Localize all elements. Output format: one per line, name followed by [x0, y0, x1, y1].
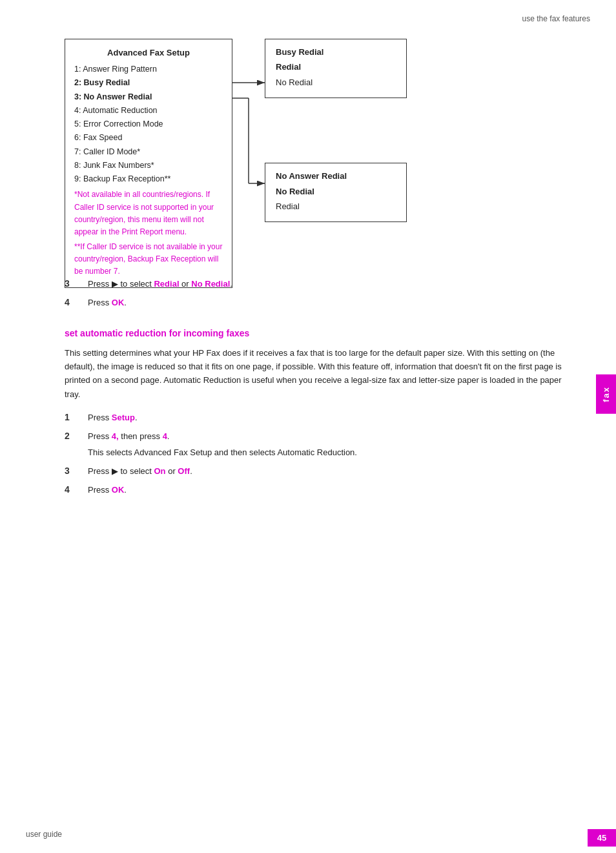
menu-item-1: 1: Answer Ring Pattern [74, 63, 223, 76]
ok-label-1: OK [112, 298, 125, 307]
section-heading: set automatic reduction for incoming fax… [65, 328, 577, 338]
step-before-4-text: Press OK. [88, 296, 127, 310]
step-after-4-text: Press OK. [88, 484, 127, 497]
busy-redial-bold: Redial [276, 59, 396, 74]
step-before-4-number: 4 [65, 297, 88, 307]
body-paragraph: This setting determines what your HP Fax… [65, 346, 577, 402]
menu-title: Advanced Fax Setup [74, 46, 223, 60]
busy-redial-title: Busy Redial [276, 45, 396, 59]
step-after-3-text: Press ▶ to select On or Off. [88, 465, 192, 478]
step-after-2-subtext: This selects Advanced Fax Setup and then… [88, 446, 357, 460]
main-content: Advanced Fax Setup 1: Answer Ring Patter… [65, 39, 577, 497]
menu-item-3: 3: No Answer Redial [74, 90, 223, 104]
step-after-4-number: 4 [65, 484, 88, 495]
footer-label: user guide [26, 830, 62, 839]
right-boxes: Busy Redial Redial No Redial No Answer R… [265, 39, 407, 222]
step-before-4: 4 Press OK. [65, 296, 577, 310]
menu-item-8: 8: Junk Fax Numbers* [74, 159, 223, 172]
menu-note1: *Not available in all countries/regions.… [74, 189, 223, 238]
busy-redial-normal: No Redial [276, 75, 396, 90]
steps-after: 1 Press Setup. 2 Press 4, then press 4. … [65, 411, 577, 497]
diagram-area: Advanced Fax Setup 1: Answer Ring Patter… [65, 39, 577, 258]
page-number: 45 [597, 833, 606, 843]
step-after-2: 2 Press 4, then press 4. This selects Ad… [65, 430, 577, 460]
step-after-3-number: 3 [65, 466, 88, 476]
menu-item-6: 6: Fax Speed [74, 131, 223, 145]
menu-note2: **If Caller ID service is not available … [74, 241, 223, 278]
no-answer-normal: Redial [276, 199, 396, 214]
press-4b-label: 4 [163, 431, 167, 441]
setup-label: Setup [112, 413, 135, 422]
side-tab-label: fax [601, 386, 611, 402]
no-answer-redial-title: No Answer Redial [276, 169, 396, 183]
no-answer-bold: No Redial [276, 184, 396, 199]
step-after-1-text: Press Setup. [88, 411, 138, 425]
page-number-tab: 45 [588, 829, 616, 847]
menu-box: Advanced Fax Setup 1: Answer Ring Patter… [65, 39, 232, 288]
menu-item-7: 7: Caller ID Mode* [74, 145, 223, 159]
header-text: use the fax features [522, 14, 590, 23]
step-after-1: 1 Press Setup. [65, 411, 577, 425]
busy-redial-box: Busy Redial Redial No Redial [265, 39, 407, 98]
menu-item-9: 9: Backup Fax Reception** [74, 172, 223, 186]
menu-item-5: 5: Error Correction Mode [74, 118, 223, 131]
step-after-4: 4 Press OK. [65, 484, 577, 497]
step-after-1-number: 1 [65, 412, 88, 422]
page-header: use the fax features [522, 14, 590, 23]
step-after-2-number: 2 [65, 431, 88, 441]
page-footer: user guide [26, 830, 62, 839]
press-4a-label: 4, [112, 431, 119, 441]
side-tab: fax [596, 375, 616, 414]
no-answer-redial-box: No Answer Redial No Redial Redial [265, 163, 407, 222]
off-label: Off [178, 466, 190, 476]
menu-item-2: 2: Busy Redial [74, 76, 223, 90]
ok-label-2: OK [112, 485, 125, 495]
on-label: On [154, 466, 165, 476]
menu-item-4: 4: Automatic Reduction [74, 104, 223, 118]
step-after-2-text: Press 4, then press 4. This selects Adva… [88, 430, 357, 460]
step-after-3: 3 Press ▶ to select On or Off. [65, 465, 577, 478]
